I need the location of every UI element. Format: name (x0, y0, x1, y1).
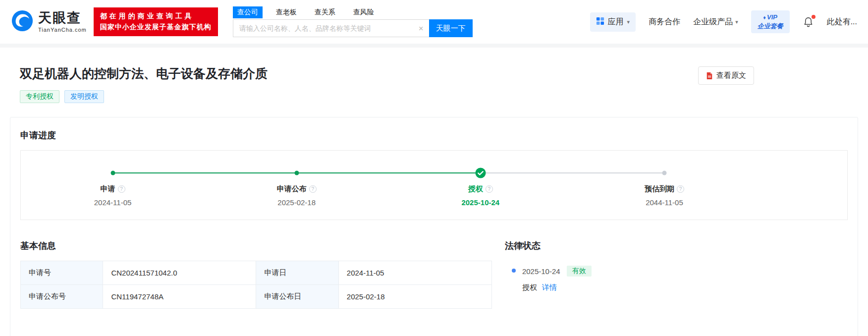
help-icon[interactable]: ? (118, 185, 125, 193)
field-value: CN119472748A (103, 285, 256, 309)
field-label: 申请公布号 (21, 285, 103, 309)
help-icon[interactable]: ? (677, 185, 684, 193)
field-label: 申请日 (256, 261, 338, 285)
basic-info-table: 申请号 CN202411571042.0 申请日 2024-11-05 申请公布… (20, 261, 492, 309)
user-menu[interactable]: 此处有... (827, 17, 857, 27)
header-nav: 应用 ▾ 商务合作 企业级产品 ▾ ♦VIP 企业套餐 此处有... (590, 10, 857, 33)
detail-link[interactable]: 详情 (542, 283, 557, 292)
step-date: 2044-11-05 (572, 198, 756, 207)
step-estimated-expiry: 预估到期 ? 2044-11-05 (572, 184, 756, 207)
basic-info-section-title: 基本信息 (20, 240, 492, 252)
timeline-dot-publication (294, 171, 299, 175)
slogan-banner: 都在用的商业查询工具 国家中小企业发展子基金旗下机构 (94, 7, 218, 36)
main-content: 双足机器人的控制方法、电子设备及存储介质 专利授权 发明授权 查看原文 申请进度 (0, 48, 868, 336)
slogan-line-2: 国家中小企业发展子基金旗下机构 (100, 22, 212, 33)
tab-search-relation[interactable]: 查关系 (310, 6, 340, 18)
chevron-down-icon: ▾ (627, 19, 630, 25)
apps-menu-label: 应用 (608, 17, 624, 27)
vip-package-button[interactable]: ♦VIP 企业套餐 (751, 10, 790, 33)
tab-search-company[interactable]: 查公司 (233, 6, 263, 18)
timeline-future-line (481, 172, 664, 173)
legal-status-date: 2025-10-24 (522, 267, 560, 276)
header: 天眼查 TianYanCha.com 都在用的商业查询工具 国家中小企业发展子基… (0, 0, 868, 44)
step-grant: 授权 ? 2025-10-24 (388, 184, 572, 207)
nav-enterprise-products[interactable]: 企业级产品 ▾ (693, 17, 738, 27)
search-tabs: 查公司 查老板 查关系 查风险 (233, 6, 473, 18)
timeline-bullet-icon (512, 269, 516, 273)
field-label: 申请号 (21, 261, 103, 285)
timeline-dot-expiry (662, 171, 666, 175)
field-value: CN202411571042.0 (103, 261, 256, 285)
title-block: 双足机器人的控制方法、电子设备及存储介质 专利授权 发明授权 查看原文 (10, 65, 858, 103)
patent-detail-card: 申请进度 申请 ? (10, 117, 858, 336)
legal-status-section-title: 法律状态 (505, 240, 848, 252)
step-date: 2025-10-24 (388, 198, 572, 207)
field-value: 2024-11-05 (338, 261, 491, 285)
chevron-down-icon: ▾ (735, 19, 738, 25)
step-publication: 申请公布 ? 2025-02-18 (205, 184, 388, 207)
basic-info-section: 基本信息 申请号 CN202411571042.0 申请日 2024-11-05… (20, 240, 492, 309)
status-badge: 有效 (567, 266, 592, 277)
slogan-line-1: 都在用的商业查询工具 (100, 11, 212, 22)
step-date: 2025-02-18 (205, 198, 388, 207)
legal-status-label: 授权 (522, 283, 537, 292)
brand-domain: TianYanCha.com (38, 27, 87, 33)
view-original-button[interactable]: 查看原文 (698, 66, 754, 85)
notification-badge (812, 15, 815, 19)
clear-icon[interactable]: × (419, 24, 424, 33)
field-value: 2025-02-18 (338, 285, 491, 309)
tab-search-boss[interactable]: 查老板 (271, 6, 301, 18)
vip-diamond-icon: ♦ (763, 14, 766, 20)
notification-bell-icon[interactable] (803, 16, 814, 28)
brand-name: 天眼查 (38, 11, 87, 25)
tab-search-risk[interactable]: 查风险 (349, 6, 379, 18)
timeline-dot-apply (110, 171, 115, 175)
application-progress-timeline: 申请 ? 2024-11-05 申请公布 ? 2025-02-18 授权 ? (20, 150, 848, 220)
progress-section-title: 申请进度 (20, 129, 848, 141)
legal-status-item: 2025-10-24 有效 授权 详情 (505, 266, 848, 292)
table-row: 申请号 CN202411571042.0 申请日 2024-11-05 (21, 261, 492, 285)
table-row: 申请公布号 CN119472748A 申请公布日 2025-02-18 (21, 285, 492, 309)
tianyancha-logo[interactable]: 天眼查 TianYanCha.com (11, 9, 87, 34)
tag-patent-granted[interactable]: 专利授权 (20, 90, 59, 103)
step-apply: 申请 ? 2024-11-05 (21, 184, 205, 207)
search-area: 查公司 查老板 查关系 查风险 × 天眼一下 (233, 6, 473, 37)
legal-status-section: 法律状态 2025-10-24 有效 授权 详情 (505, 240, 848, 309)
tianyancha-logo-icon (11, 9, 34, 34)
help-icon[interactable]: ? (309, 185, 317, 193)
step-date: 2024-11-05 (21, 198, 205, 207)
apps-grid-icon (596, 17, 604, 27)
search-button[interactable]: 天眼一下 (429, 19, 473, 37)
field-label: 申请公布日 (256, 285, 338, 309)
tag-invention-granted[interactable]: 发明授权 (64, 90, 104, 103)
pdf-icon (706, 72, 713, 80)
search-input[interactable] (233, 19, 429, 37)
apps-menu-button[interactable]: 应用 ▾ (590, 12, 636, 32)
help-icon[interactable]: ? (486, 185, 493, 193)
check-icon (475, 168, 486, 179)
nav-business-cooperation[interactable]: 商务合作 (649, 17, 680, 27)
